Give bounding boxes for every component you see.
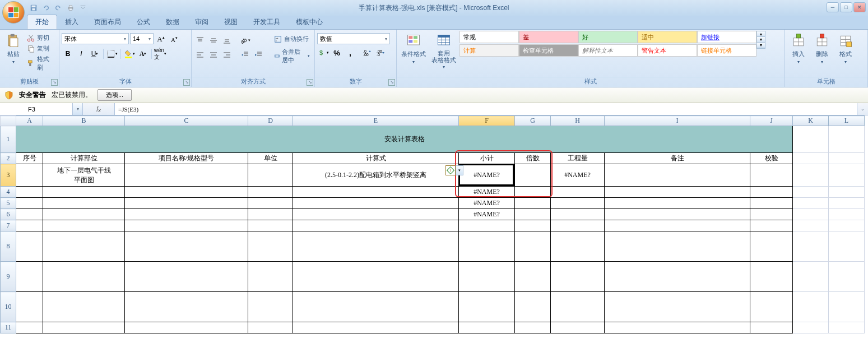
grow-font-icon[interactable]: A▴ <box>155 33 167 45</box>
cell[interactable] <box>551 292 605 322</box>
style-cell[interactable]: 链接单元格 <box>697 44 756 57</box>
minimize-button[interactable]: ─ <box>827 2 839 12</box>
cell[interactable] <box>248 231 293 262</box>
row-header[interactable]: 5 <box>1 198 16 209</box>
col-header[interactable]: L <box>829 116 865 126</box>
font-size-combo[interactable]: 14▾ <box>130 33 154 44</box>
cell[interactable] <box>793 292 829 322</box>
align-center-icon[interactable] <box>207 49 220 61</box>
style-cell[interactable]: 警告文本 <box>638 44 697 57</box>
row-header[interactable]: 11 <box>1 322 16 333</box>
cell-styles-gallery[interactable]: 常规差好适中超链接计算检查单元格解释性文本警告文本链接单元格 <box>459 31 756 57</box>
cell[interactable] <box>551 187 605 198</box>
cell[interactable] <box>829 164 865 187</box>
cell[interactable] <box>793 126 829 153</box>
cell[interactable] <box>750 220 793 231</box>
cell[interactable] <box>793 153 829 164</box>
cell[interactable] <box>605 292 750 322</box>
cell[interactable] <box>605 262 750 292</box>
cell[interactable] <box>248 187 293 198</box>
cell[interactable] <box>515 322 551 333</box>
cell[interactable] <box>16 198 43 209</box>
comma-icon[interactable]: , <box>344 47 356 59</box>
col-header[interactable]: E <box>293 116 459 126</box>
style-cell[interactable]: 计算 <box>459 44 519 57</box>
cell[interactable] <box>829 153 865 164</box>
percent-icon[interactable]: % <box>331 47 343 59</box>
cell[interactable]: 计算式 <box>293 153 459 164</box>
number-launcher-icon[interactable]: ↘ <box>388 79 395 86</box>
underline-icon[interactable]: U▾ <box>89 48 101 60</box>
conditional-format-button[interactable]: 条件格式▾ <box>399 31 428 67</box>
cell[interactable] <box>293 262 459 292</box>
cell[interactable] <box>43 220 125 231</box>
cell[interactable] <box>829 220 865 231</box>
cell[interactable] <box>515 164 551 187</box>
cell[interactable] <box>515 262 551 292</box>
cell[interactable] <box>16 262 43 292</box>
row-header[interactable]: 1 <box>1 126 16 153</box>
cell[interactable] <box>43 187 125 198</box>
cell[interactable] <box>125 322 248 333</box>
cell[interactable] <box>459 262 515 292</box>
cell[interactable] <box>551 231 605 262</box>
clipboard-launcher-icon[interactable]: ↘ <box>51 79 58 86</box>
cell[interactable] <box>829 262 865 292</box>
cell[interactable] <box>16 292 43 322</box>
cell[interactable] <box>248 292 293 322</box>
select-all-corner[interactable] <box>1 116 16 126</box>
cell[interactable] <box>16 231 43 262</box>
col-header[interactable]: K <box>793 116 829 126</box>
cell[interactable] <box>829 209 865 220</box>
row-header[interactable]: 3 <box>1 164 16 187</box>
col-header[interactable]: J <box>750 116 793 126</box>
cell[interactable] <box>16 187 43 198</box>
cell[interactable]: 安装计算表格 <box>16 126 793 153</box>
font-name-combo[interactable]: 宋体▾ <box>62 33 129 44</box>
align-middle-icon[interactable] <box>207 34 220 47</box>
cell[interactable] <box>43 231 125 262</box>
cell[interactable]: 序号 <box>16 153 43 164</box>
cell[interactable] <box>793 262 829 292</box>
orientation-icon[interactable]: ab▾ <box>239 34 251 47</box>
cell[interactable] <box>248 209 293 220</box>
qat-more-icon[interactable] <box>77 2 89 13</box>
row-header[interactable]: 7 <box>1 220 16 231</box>
cell[interactable] <box>750 187 793 198</box>
col-header[interactable]: H <box>551 116 605 126</box>
qat-redo-icon[interactable] <box>53 2 64 13</box>
format-cells-button[interactable]: 格式▾ <box>834 31 857 67</box>
row-header[interactable]: 2 <box>1 153 16 164</box>
cell[interactable] <box>248 164 293 187</box>
name-box[interactable]: F3 <box>0 103 73 115</box>
cell[interactable] <box>750 262 793 292</box>
table-format-button[interactable]: 套用 表格格式▾ <box>428 31 459 72</box>
tab-1[interactable]: 插入 <box>57 15 86 29</box>
cell[interactable] <box>125 209 248 220</box>
cell[interactable] <box>605 198 750 209</box>
formula-bar[interactable]: =JS(E3) <box>114 103 857 115</box>
cell[interactable] <box>605 164 750 187</box>
cell[interactable]: #NAME? <box>551 164 605 187</box>
cell[interactable] <box>605 231 750 262</box>
align-right-icon[interactable] <box>221 49 233 61</box>
cut-button[interactable]: 剪切 <box>25 33 57 43</box>
cell[interactable]: 计算部位 <box>43 153 125 164</box>
cell[interactable]: #NAME? <box>459 187 515 198</box>
decrease-decimal-icon[interactable]: .00.0 <box>374 47 387 59</box>
cell[interactable] <box>248 262 293 292</box>
copy-button[interactable]: 复制 <box>25 44 57 53</box>
col-header[interactable]: D <box>248 116 293 126</box>
cell[interactable] <box>125 262 248 292</box>
cell[interactable] <box>515 292 551 322</box>
cell[interactable] <box>125 220 248 231</box>
tab-6[interactable]: 视图 <box>216 15 245 29</box>
gallery-down-icon[interactable]: ▾ <box>757 37 765 43</box>
cell[interactable] <box>551 198 605 209</box>
cell[interactable] <box>829 198 865 209</box>
font-launcher-icon[interactable]: ↘ <box>183 79 190 86</box>
border-icon[interactable]: ▾ <box>106 48 118 60</box>
cell[interactable] <box>16 322 43 333</box>
cell[interactable] <box>750 231 793 262</box>
cell[interactable]: 单位 <box>248 153 293 164</box>
